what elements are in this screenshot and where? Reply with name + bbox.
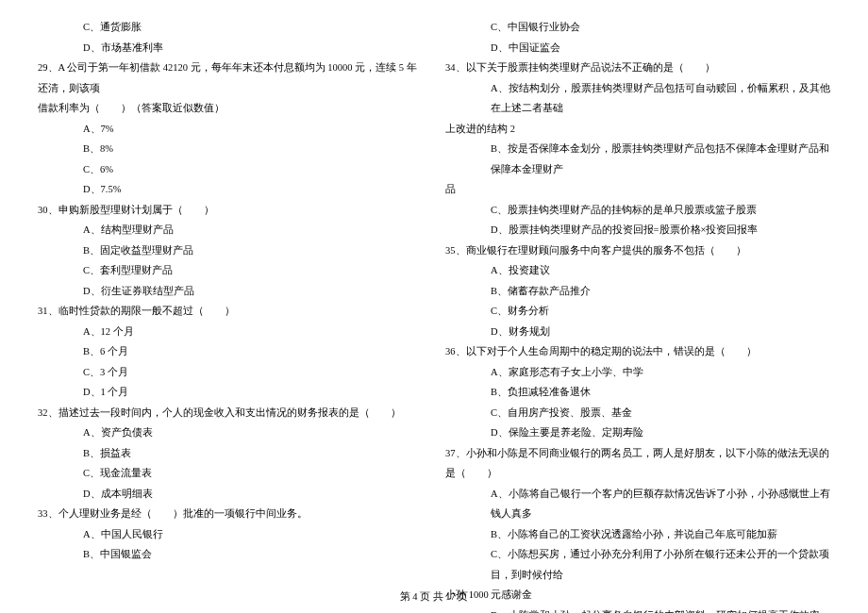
q36-text: 36、以下对于个人生命周期中的稳定期的说法中，错误的是（ ）	[445, 341, 830, 362]
q37-text: 37、小孙和小陈是不同商业银行的两名员工，两人是好朋友，以下小陈的做法无误的是（…	[445, 443, 830, 484]
q32-text: 32、描述过去一段时间内，个人的现金收入和支出情况的财务报表的是（ ）	[38, 403, 423, 423]
q35-text: 35、商业银行在理财顾问服务中向客户提供的服务不包括（ ）	[445, 240, 830, 261]
q30-option-a: A、结构型理财产品	[38, 220, 423, 240]
q33-option-a: A、中国人民银行	[38, 524, 423, 545]
q34-option-c: C、股票挂钩类理财产品的挂钩标的是单只股票或篮子股票	[445, 200, 830, 221]
q30-text: 30、申购新股型理财计划属于（ ）	[38, 200, 423, 221]
q28-option-c: C、通货膨胀	[38, 17, 423, 38]
q36-option-b: B、负担减轻准备退休	[445, 382, 830, 403]
q35-option-b: B、储蓄存款产品推介	[445, 281, 830, 302]
q36-option-c: C、自用房产投资、股票、基金	[445, 403, 830, 423]
q34-option-a: A、按结构划分，股票挂钩类理财产品包括可自动赎回，价幅累积，及其他在上述二者基础	[445, 78, 830, 119]
right-column: C、中国银行业协会 D、中国证监会 34、以下关于股票挂钩类理财产品说法不正确的…	[434, 17, 830, 575]
q35-option-a: A、投资建议	[445, 260, 830, 281]
page-container: C、通货膨胀 D、市场基准利率 29、A 公司于第一年初借款 42120 元，每…	[0, 0, 868, 575]
q32-option-b: B、损益表	[38, 443, 423, 464]
q30-option-b: B、固定收益型理财产品	[38, 240, 423, 261]
q32-option-a: A、资产负债表	[38, 422, 423, 443]
q31-option-c: C、3 个月	[38, 362, 423, 383]
q32-option-c: C、现金流量表	[38, 463, 423, 484]
q37-option-c: C、小陈想买房，通过小孙充分利用了小孙所在银行还未公开的一个贷款项目，到时候付给	[445, 544, 830, 585]
q34-text: 34、以下关于股票挂钩类理财产品说法不正确的是（ ）	[445, 58, 830, 78]
q33-option-b: B、中国银监会	[38, 544, 423, 565]
q35-option-d: D、财务规划	[445, 322, 830, 342]
q31-text: 31、临时性贷款的期限一般不超过（ ）	[38, 301, 423, 322]
q29-option-b: B、8%	[38, 139, 423, 159]
q33-text: 33、个人理财业务是经（ ）批准的一项银行中间业务。	[38, 504, 423, 524]
q32-option-d: D、成本明细表	[38, 484, 423, 505]
q37-option-d: D、小陈常和小孙一起分享各自银行的内部资料，研究如何提高工作效率	[445, 605, 830, 613]
q30-option-c: C、套利型理财产品	[38, 260, 423, 281]
q29-text-cont: 借款利率为（ ）（答案取近似数值）	[38, 98, 423, 119]
left-column: C、通货膨胀 D、市场基准利率 29、A 公司于第一年初借款 42120 元，每…	[38, 17, 434, 575]
q29-option-c: C、6%	[38, 159, 423, 180]
page-footer: 第 4 页 共 17 页	[0, 590, 868, 604]
q31-option-b: B、6 个月	[38, 341, 423, 362]
q33-option-d: D、中国证监会	[445, 38, 830, 58]
q37-option-a: A、小陈将自己银行一个客户的巨额存款情况告诉了小孙，小孙感慨世上有钱人真多	[445, 484, 830, 524]
q31-option-d: D、1 个月	[38, 382, 423, 403]
q36-option-d: D、保险主要是养老险、定期寿险	[445, 422, 830, 443]
q34-option-a-cont: 上改进的结构 2	[445, 119, 830, 140]
q31-option-a: A、12 个月	[38, 322, 423, 342]
q37-option-b: B、小陈将自己的工资状况透露给小孙，并说自己年底可能加薪	[445, 524, 830, 545]
q29-option-a: A、7%	[38, 119, 423, 140]
q34-option-b: B、按是否保障本金划分，股票挂钩类理财产品包括不保障本金理财产品和保障本金理财产	[445, 139, 830, 179]
q30-option-d: D、衍生证券联结型产品	[38, 281, 423, 302]
q29-option-d: D、7.5%	[38, 179, 423, 200]
q28-option-d: D、市场基准利率	[38, 38, 423, 58]
q34-option-d: D、股票挂钩类理财产品的投资回报=股票价格×投资回报率	[445, 220, 830, 240]
q29-text: 29、A 公司于第一年初借款 42120 元，每年年末还本付息额均为 10000…	[38, 58, 423, 98]
q35-option-c: C、财务分析	[445, 301, 830, 322]
q36-option-a: A、家庭形态有子女上小学、中学	[445, 362, 830, 383]
q33-option-c: C、中国银行业协会	[445, 17, 830, 38]
q34-option-b-cont: 品	[445, 179, 830, 200]
